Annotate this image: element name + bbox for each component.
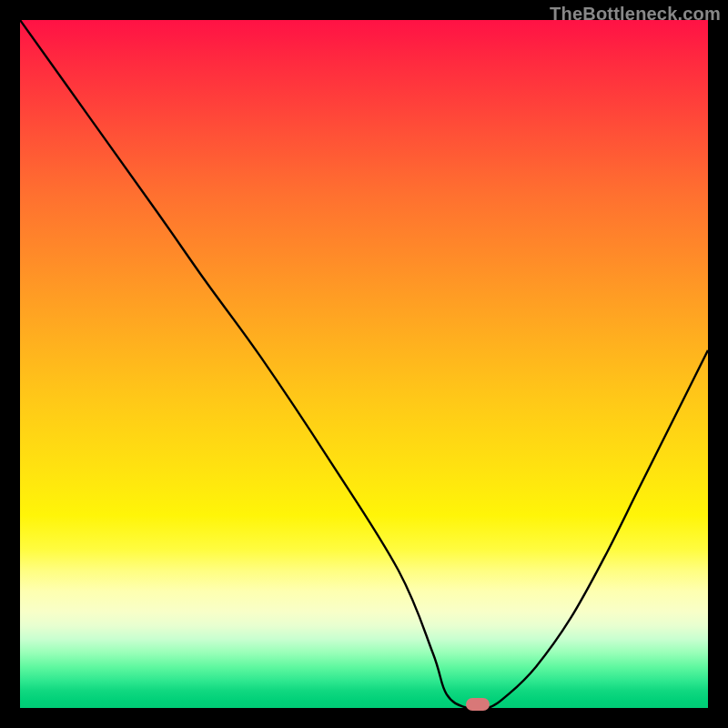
curve-svg [20,20,708,708]
plot-area [20,20,708,708]
bottleneck-curve-path [20,20,708,708]
optimal-marker [466,698,490,711]
chart-container: TheBottleneck.com [0,0,728,728]
